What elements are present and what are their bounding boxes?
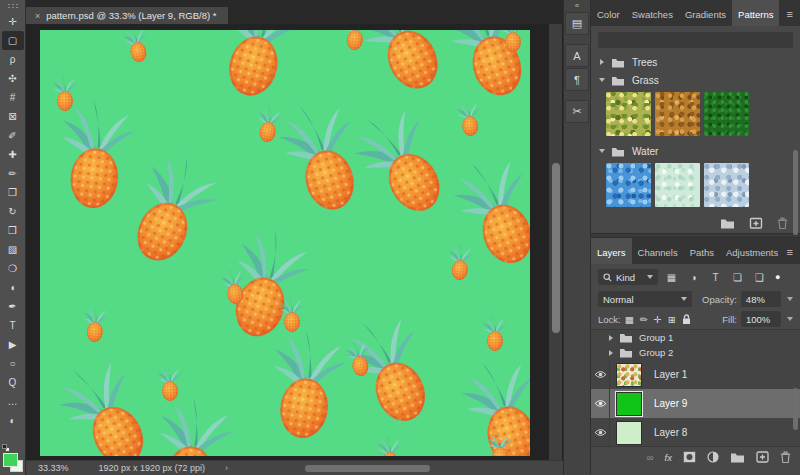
layers-scrollbar-thumb[interactable] (793, 388, 798, 430)
rectangular-marquee-tool[interactable]: ▢ (2, 31, 24, 50)
tab-channels[interactable]: Channels (632, 238, 684, 264)
pattern-swatch-grass-yellow-green[interactable] (606, 92, 651, 136)
layer-style-icon[interactable]: fx (665, 452, 672, 463)
new-group-icon[interactable] (720, 217, 735, 229)
link-layers-icon[interactable]: ∞ (646, 452, 653, 463)
pattern-group-grass[interactable]: Grass (591, 71, 800, 89)
new-group-icon[interactable] (730, 451, 745, 463)
filter-smart-objects-icon[interactable]: ❑ (751, 272, 768, 283)
quick-selection-tool[interactable]: ✣ (2, 69, 24, 88)
canvas-pasteboard[interactable] (26, 24, 563, 460)
pen-tool[interactable]: ✒ (2, 297, 24, 316)
pattern-swatch-water-light-blue[interactable] (704, 163, 749, 207)
tab-gradients[interactable]: Gradients (679, 0, 732, 26)
tab-adjustments[interactable]: Adjustments (720, 238, 784, 264)
quick-mask-button[interactable]: ◐ (2, 411, 24, 430)
tab-close-icon[interactable]: × (35, 11, 40, 21)
eye-icon[interactable] (594, 399, 607, 408)
lock-transparency-icon[interactable]: ▦ (625, 314, 634, 325)
collapse-panels-icon[interactable]: « (564, 0, 590, 11)
pattern-swatch-grass-dark-green[interactable] (704, 92, 749, 136)
layer-row-layer-9[interactable]: Layer 9 (591, 389, 800, 418)
canvas-image[interactable] (40, 30, 530, 456)
tab-layers[interactable]: Layers (591, 238, 632, 264)
adjustment-layer-icon[interactable] (707, 451, 719, 463)
layer-row-layer-1[interactable]: Layer 1 (591, 360, 800, 389)
fill-field[interactable]: 100% (741, 311, 781, 327)
layer-row-group-2[interactable]: Group 2 (591, 345, 800, 360)
chevron-right-icon[interactable] (609, 350, 613, 356)
filter-type-layers-icon[interactable]: T (707, 272, 724, 283)
layer-row-layer-8[interactable]: Layer 8 (591, 418, 800, 446)
pattern-group-trees[interactable]: Trees (591, 53, 800, 71)
history-brush-tool[interactable]: ↻ (2, 202, 24, 221)
clone-stamp-tool[interactable]: ❐ (2, 183, 24, 202)
layer-thumbnail[interactable] (616, 363, 642, 387)
new-pattern-icon[interactable] (749, 217, 763, 229)
toolbar-grip[interactable] (7, 3, 19, 8)
type-tool[interactable]: T (2, 316, 24, 335)
trash-icon[interactable] (780, 451, 791, 464)
pattern-group-water[interactable]: Water (591, 142, 800, 160)
layers-panel-menu-icon[interactable]: ≡ (787, 238, 800, 264)
eyedropper-tool[interactable]: ✐ (2, 126, 24, 145)
vertical-scrollbar-thumb[interactable] (552, 163, 560, 333)
tab-color[interactable]: Color (591, 0, 626, 26)
eye-icon[interactable] (594, 428, 607, 437)
tab-paths[interactable]: Paths (684, 238, 720, 264)
filter-adjustment-layers-icon[interactable]: ◑ (685, 272, 702, 283)
trash-icon[interactable] (777, 217, 788, 230)
libraries-panel-icon[interactable]: ▤ (565, 12, 589, 35)
default-colors-icon[interactable] (2, 444, 11, 452)
scissors-panel-icon[interactable]: ✂ (565, 100, 589, 123)
blend-mode-dropdown[interactable]: Normal (598, 291, 692, 307)
filter-toggle-icon[interactable]: ● (775, 272, 780, 282)
lasso-tool[interactable]: ρ (2, 50, 24, 69)
character-panel-icon[interactable]: A (565, 44, 589, 67)
brush-tool[interactable]: ✏ (2, 164, 24, 183)
pattern-swatch-water-blue[interactable] (606, 163, 651, 207)
eye-icon[interactable] (594, 370, 607, 379)
layer-row-group-1[interactable]: Group 1 (591, 330, 800, 345)
layer-mask-icon[interactable] (683, 451, 696, 463)
eraser-tool[interactable]: ❒ (2, 221, 24, 240)
pattern-swatch-grass-brown[interactable] (655, 92, 700, 136)
filter-pixel-layers-icon[interactable]: ▦ (663, 272, 680, 283)
fill-caret-icon[interactable] (787, 317, 793, 321)
lock-pixels-icon[interactable]: ✏ (640, 314, 648, 325)
lock-all-icon[interactable] (682, 314, 691, 325)
opacity-caret-icon[interactable] (787, 297, 793, 301)
patterns-scrollbar-thumb[interactable] (793, 150, 798, 235)
chevron-right-icon[interactable] (600, 59, 604, 65)
chevron-down-icon[interactable] (599, 78, 605, 82)
horizontal-scrollbar-thumb[interactable] (305, 465, 430, 472)
pattern-swatch-water-pale-mint[interactable] (655, 163, 700, 207)
chevron-right-icon[interactable] (609, 335, 613, 341)
tab-patterns[interactable]: Patterns (732, 0, 779, 26)
kind-filter-dropdown[interactable]: Kind (598, 269, 658, 285)
ellipse-tool[interactable]: ○ (2, 354, 24, 373)
chevron-down-icon[interactable] (599, 149, 605, 153)
zoom-tool[interactable]: Q (2, 373, 24, 392)
frame-tool[interactable]: ⊠ (2, 107, 24, 126)
layer-thumbnail[interactable] (616, 392, 642, 416)
edit-toolbar-button[interactable]: … (2, 392, 24, 411)
path-selection-tool[interactable]: ▶ (2, 335, 24, 354)
zoom-level-field[interactable]: 33.33% (38, 463, 69, 473)
patterns-filter-bar[interactable] (598, 32, 793, 48)
move-tool[interactable]: ✛ (2, 12, 24, 31)
layer-thumbnail[interactable] (616, 421, 642, 445)
canvas-vertical-scrollbar[interactable] (549, 24, 562, 460)
opacity-field[interactable]: 48% (741, 291, 781, 307)
patterns-panel-menu-icon[interactable]: ≡ (787, 0, 800, 26)
foreground-color-swatch[interactable] (3, 453, 18, 467)
gradient-tool[interactable]: ▨ (2, 240, 24, 259)
filter-shape-layers-icon[interactable]: ❏ (729, 272, 746, 283)
document-tab[interactable]: × pattern.psd @ 33.3% (Layer 9, RGB/8) * (26, 7, 228, 24)
blur-tool[interactable]: ❍ (2, 259, 24, 278)
status-chevron-icon[interactable]: › (225, 463, 228, 473)
lock-artboard-icon[interactable]: ⊞ (668, 314, 676, 325)
crop-tool[interactable]: # (2, 88, 24, 107)
new-layer-icon[interactable] (756, 451, 769, 463)
lock-position-icon[interactable]: ✛ (654, 314, 662, 325)
